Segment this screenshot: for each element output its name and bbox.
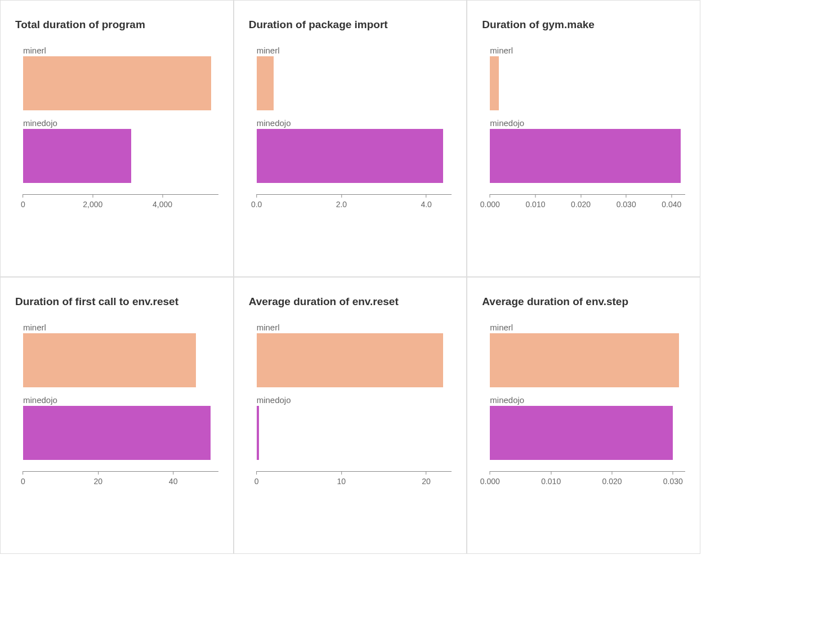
tick-label: 20: [94, 477, 103, 486]
chart-area: minerlminedojo01020: [249, 323, 452, 540]
tick-label: 0.040: [662, 200, 681, 209]
tick-label: 0: [254, 477, 259, 486]
bar-group: minerl: [23, 323, 218, 387]
chart-panel: Duration of package importminerlminedojo…: [234, 0, 467, 277]
bar-group: minerl: [490, 323, 685, 387]
chart-title: Duration of first call to env.reset: [15, 296, 218, 308]
tick-mark: [98, 471, 99, 475]
tick-mark: [23, 471, 23, 475]
tick-mark: [580, 194, 581, 198]
tick-mark: [173, 471, 173, 475]
bar-label: minerl: [23, 46, 218, 55]
bar-group: minerl: [23, 46, 218, 110]
axis-tick: 2.0: [336, 194, 347, 209]
bar-track: [490, 56, 685, 110]
tick-mark: [490, 194, 490, 198]
bar-label: minedojo: [490, 395, 685, 405]
bar-track: [23, 56, 218, 110]
chart-panel: Duration of first call to env.resetminer…: [0, 277, 234, 554]
chart-area: minerlminedojo0.02.04.0: [249, 46, 452, 263]
bar-group: minerl: [257, 46, 452, 110]
bar-label: minedojo: [257, 395, 452, 405]
tick-mark: [673, 471, 673, 475]
tick-label: 10: [337, 477, 346, 486]
chart-area: minerlminedojo02040: [15, 323, 218, 540]
tick-label: 4.0: [421, 200, 431, 209]
tick-mark: [256, 194, 257, 198]
bar-track: [490, 406, 685, 460]
axis-tick: 0.020: [602, 471, 622, 486]
chart-title: Duration of gym.make: [482, 19, 685, 31]
axis-tick: 0.000: [480, 471, 500, 486]
bar-minedojo: [23, 129, 131, 183]
tick-label: 2.0: [336, 200, 347, 209]
bar-group: minedojo: [257, 118, 452, 183]
bar-minedojo: [490, 129, 681, 183]
tick-label: 0.030: [617, 200, 636, 209]
chart-area: minerlminedojo0.0000.0100.0200.030: [482, 323, 685, 540]
tick-mark: [162, 194, 163, 198]
bar-label: minedojo: [490, 118, 685, 128]
tick-mark: [341, 471, 342, 475]
axis-tick: 0: [254, 471, 259, 486]
tick-label: 20: [422, 477, 431, 486]
bar-label: minerl: [490, 323, 685, 332]
axis-tick: 2,000: [83, 194, 102, 209]
x-axis: 0.02.04.0: [257, 194, 452, 212]
bar-track: [23, 406, 218, 460]
bar-track: [23, 129, 218, 183]
chart-panel: Total duration of programminerlminedojo0…: [0, 0, 234, 277]
tick-mark: [426, 471, 427, 475]
bar-label: minedojo: [23, 118, 218, 128]
axis-tick: 0: [21, 194, 25, 209]
bar-track: [257, 333, 452, 387]
x-axis: 02040: [23, 471, 218, 489]
bar-minerl: [257, 333, 444, 387]
chart-title: Average duration of env.step: [482, 296, 685, 308]
axis-tick: 0.040: [662, 194, 681, 209]
chart-area: minerlminedojo02,0004,000: [15, 46, 218, 263]
tick-mark: [426, 194, 427, 198]
tick-mark: [535, 194, 535, 198]
tick-label: 0.000: [480, 477, 500, 486]
bar-label: minerl: [490, 46, 685, 55]
axis-tick: 0: [21, 471, 25, 486]
tick-mark: [671, 194, 672, 198]
x-axis: 02,0004,000: [23, 194, 218, 212]
bar-minerl: [490, 56, 499, 110]
bar-label: minerl: [23, 323, 218, 332]
tick-mark: [626, 194, 627, 198]
chart-grid: Total duration of programminerlminedojo0…: [0, 0, 700, 554]
bar-label: minerl: [257, 323, 452, 332]
tick-mark: [256, 471, 257, 475]
chart-area: minerlminedojo0.0000.0100.0200.0300.040: [482, 46, 685, 263]
tick-label: 0.020: [602, 477, 622, 486]
chart-panel: Average duration of env.stepminerlminedo…: [467, 277, 700, 554]
tick-label: 4,000: [153, 200, 172, 209]
axis-tick: 0.030: [663, 471, 683, 486]
axis-tick: 0.030: [617, 194, 636, 209]
chart-title: Duration of package import: [249, 19, 452, 31]
x-axis: 0.0000.0100.0200.0300.040: [490, 194, 685, 212]
tick-label: 0.0: [251, 200, 262, 209]
axis-tick: 4.0: [421, 194, 431, 209]
bar-minerl: [23, 333, 196, 387]
tick-label: 0: [21, 200, 25, 209]
bar-label: minedojo: [23, 395, 218, 405]
bar-minerl: [490, 333, 679, 387]
axis-line: [490, 471, 685, 472]
axis-line: [23, 471, 218, 472]
axis-tick: 40: [169, 471, 178, 486]
tick-label: 0.020: [571, 200, 591, 209]
tick-label: 40: [169, 477, 178, 486]
tick-label: 0.010: [525, 200, 545, 209]
axis-tick: 0.010: [541, 471, 561, 486]
bar-minedojo: [257, 406, 260, 460]
bar-track: [23, 333, 218, 387]
bar-group: minedojo: [257, 395, 452, 460]
chart-title: Total duration of program: [15, 19, 218, 31]
axis-tick: 20: [94, 471, 103, 486]
tick-mark: [92, 194, 93, 198]
tick-mark: [490, 471, 490, 475]
tick-label: 0: [21, 477, 25, 486]
